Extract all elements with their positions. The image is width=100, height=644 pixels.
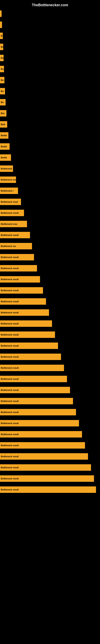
bar: Bottleneck result (0, 464, 91, 471)
bar: Bottleneck resu (0, 221, 27, 227)
bar: Bottle (0, 154, 11, 161)
bar-label: Bottleneck result (1, 278, 19, 280)
bar-label: Bottleneck result (1, 378, 19, 380)
bar: Bottle (0, 132, 8, 139)
bar-label: Bottleneck result (1, 466, 19, 469)
bar-label: Bo (1, 68, 4, 70)
bar-label: Bottleneck result (1, 311, 19, 314)
bar: Bottleneck result (0, 298, 46, 305)
bar-row: Bottleneck res (0, 240, 100, 252)
bar-label: B (1, 34, 2, 37)
bar-label: Bottleneck result (1, 444, 19, 446)
bar-row: Bottle (0, 130, 100, 141)
bar: Bottleneck r (0, 188, 18, 194)
bar: Bottleneck result (0, 365, 64, 371)
bar: Bottleneck result (0, 442, 85, 448)
bar: Bottleneck result (0, 354, 61, 360)
bar: Bottleneck result (0, 320, 52, 327)
bar-label: Bo (1, 57, 3, 59)
bar-label: Bottleneck result (1, 422, 19, 424)
bar: B (0, 32, 3, 39)
bar: Bottleneck resul (0, 199, 21, 205)
bar-row: Bottle (0, 152, 100, 163)
bar-row: Bo (0, 41, 100, 52)
bar: Bo (0, 88, 5, 94)
bar-row: Bo (0, 52, 100, 64)
bar: Bo (0, 66, 4, 72)
bar-label: Bottleneck resu (1, 223, 17, 225)
bar-label: Bottleneck result (1, 300, 19, 303)
bar-label: Bot (1, 112, 4, 114)
bar: Bottleneck result (0, 486, 96, 493)
bar: Bottleneck result (0, 387, 70, 393)
bar-row: Bottleneck result (0, 274, 100, 285)
bar-row: Bottleneck result (0, 451, 100, 462)
bar: Bo (0, 44, 3, 50)
bar: Bottleneck result (0, 265, 37, 272)
bar: Bot (0, 110, 6, 116)
bar-row: Bottleneck result (0, 296, 100, 307)
bar-label: Bottleneck result (1, 455, 19, 458)
bar: Bottleneck result (0, 376, 67, 382)
bar: Bottleneck result (0, 232, 30, 238)
bar-row: B (0, 30, 100, 41)
bar-label: Bo (1, 90, 4, 92)
bar-row (0, 8, 100, 19)
bar-label: Bottleneck res (1, 245, 16, 247)
bar: Bo (0, 55, 3, 61)
bar-row: Bottleneck resul (0, 196, 100, 207)
bar-row: Bo (0, 86, 100, 96)
bar-row: Bottleneck res (0, 174, 100, 185)
bar-label: Bottleneck result (1, 411, 19, 413)
bar-label: Bo (1, 101, 4, 104)
bar-label: Bottleneck result (1, 234, 19, 236)
bar-label: Bottle (1, 145, 7, 148)
bar: Bottleneck result (0, 409, 76, 416)
bar: Bottleneck result (0, 453, 88, 460)
bar: Bo (0, 77, 4, 83)
bar: Bottleneck result (0, 210, 24, 216)
bar-row: Bottleneck (0, 163, 100, 174)
bar: Bott (0, 121, 7, 128)
bar-label: Bottle (1, 156, 7, 159)
bar: Bottleneck result (0, 431, 82, 438)
bar-row: Bottleneck result (0, 484, 100, 495)
bar: Bottleneck res (0, 176, 16, 183)
bar: Bottleneck res (0, 243, 32, 249)
bar (0, 10, 1, 17)
bar-label: Bottleneck result (1, 477, 19, 480)
bar: Bottleneck result (0, 287, 43, 294)
bar-label: Bottleneck r (1, 190, 14, 192)
bar: Bottleneck result (0, 276, 40, 282)
bar-label: Bottleneck result (1, 356, 19, 358)
bar-row: Bottleneck result (0, 263, 100, 274)
bar-row: Bot (0, 108, 100, 119)
bar-row: Bottleneck r (0, 185, 100, 196)
bar-row: Bottleneck result (0, 418, 100, 429)
bar-row: Bottleneck result (0, 329, 100, 340)
bar-row: Bo (0, 74, 100, 86)
bar-row: Bottleneck result (0, 307, 100, 318)
bar (0, 22, 2, 28)
bar: Bottleneck result (0, 342, 58, 349)
bar-row (0, 19, 100, 30)
bar-label: Bo (1, 79, 4, 81)
bar-label: Bottleneck result (1, 389, 19, 391)
bar-label: Bottle (1, 134, 7, 137)
bar: Bottle (0, 143, 10, 150)
bar-row: Bottleneck result (0, 406, 100, 418)
bar-row: Bottleneck result (0, 340, 100, 351)
bar-label: Bottleneck result (1, 367, 19, 369)
bar-row: Bottleneck resu (0, 218, 100, 230)
bar-row: Bottleneck result (0, 285, 100, 296)
bar-row: Bottleneck result (0, 473, 100, 484)
bar-row: Bottleneck result (0, 207, 100, 218)
bar: Bottleneck result (0, 398, 73, 404)
site-title: TheBottlenecker.com (0, 1, 100, 8)
bar-row: Bottleneck result (0, 362, 100, 373)
bar-label: Bottleneck result (1, 344, 19, 347)
bar-row: Bottleneck result (0, 351, 100, 362)
bar-label: Bottleneck result (1, 212, 19, 214)
bar-row: Bott (0, 119, 100, 130)
bar-row: Bo (0, 96, 100, 108)
